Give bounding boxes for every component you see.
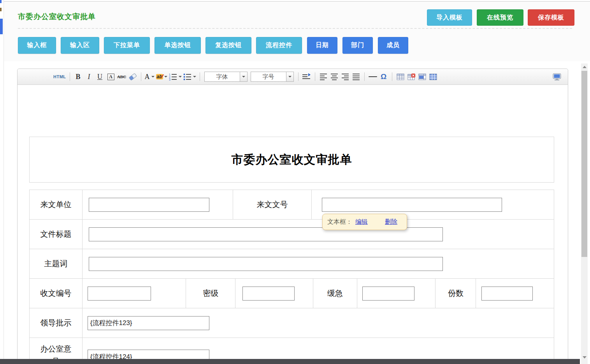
font-style-box-glyph: A — [107, 74, 114, 80]
table-row: 领导批示 — [30, 308, 554, 338]
label-copies: 份数 — [435, 279, 476, 308]
chevron-down-icon — [179, 76, 182, 77]
delete-table-icon[interactable] — [407, 72, 416, 82]
form-table: 来文单位 来文文号 文件标题 主题词 — [29, 190, 554, 364]
eraser-icon[interactable] — [128, 72, 137, 82]
widget-button-radio[interactable]: 单选按钮 — [155, 37, 201, 54]
font-style-box-icon[interactable]: A — [106, 72, 116, 82]
align-center-icon[interactable] — [330, 72, 339, 82]
form-title: 市委办公室收文审批单 — [232, 152, 352, 168]
widget-button-flow-control[interactable]: 流程控件 — [256, 37, 302, 54]
tooltip-edit-link[interactable]: 编辑 — [355, 218, 368, 226]
urgency-input[interactable] — [362, 287, 414, 301]
font-color-icon[interactable]: A — [145, 72, 155, 82]
font-size-select[interactable]: 字号 — [251, 72, 294, 82]
chevron-down-icon — [164, 76, 167, 77]
special-character-icon[interactable]: Ω — [379, 72, 388, 82]
incoming-doc-no-input[interactable] — [322, 198, 502, 212]
editor-toolbar: HTML B I U A ABC A ab 123 字体 字号 — [18, 69, 568, 85]
widget-button-checkbox[interactable]: 复选按钮 — [205, 37, 251, 54]
align-right-icon[interactable] — [341, 72, 350, 82]
save-template-button[interactable]: 保存模板 — [528, 9, 574, 26]
toolbar-separator — [298, 72, 299, 81]
font-size-select-label: 字号 — [251, 72, 286, 82]
font-family-select[interactable]: 字体 — [204, 72, 248, 82]
secrecy-level-input[interactable] — [242, 287, 295, 301]
widget-button-department[interactable]: 部门 — [342, 37, 373, 54]
subject-words-input[interactable] — [89, 257, 443, 271]
chevron-down-icon — [288, 76, 291, 77]
ordered-list-icon[interactable]: 123 — [169, 72, 182, 82]
widget-button-dropdown[interactable]: 下拉菜单 — [104, 37, 150, 54]
table-row: 主题词 — [30, 249, 554, 278]
font-color-glyph: A — [145, 73, 150, 81]
cell-subject-words — [83, 249, 554, 278]
copies-input[interactable] — [481, 287, 533, 301]
horizontal-rule-glyph — [369, 76, 377, 77]
editor-document[interactable]: 市委办公室收文审批单 来文单位 来文文号 文件标题 — [18, 85, 568, 364]
label-subject-words: 主题词 — [30, 249, 83, 278]
toolbar-separator — [392, 72, 392, 81]
insert-table-icon[interactable] — [396, 72, 405, 82]
cell-receipt-no — [83, 279, 186, 308]
align-justify-icon[interactable] — [351, 72, 361, 82]
table-row: 来文单位 来文文号 — [30, 190, 554, 219]
scrollbar-thumb[interactable] — [581, 71, 587, 257]
background-page-sliver — [0, 0, 4, 364]
widget-button-input-box[interactable]: 输入框 — [18, 37, 56, 54]
table-row: 文件标题 — [30, 219, 554, 249]
toolbar-separator — [70, 72, 70, 81]
rich-text-editor: HTML B I U A ABC A ab 123 字体 字号 — [17, 69, 568, 364]
cell-urgency — [357, 279, 436, 308]
underline-icon[interactable]: U — [95, 72, 105, 82]
indent-icon[interactable] — [302, 72, 311, 82]
vertical-scrollbar[interactable] — [581, 63, 588, 364]
table-cell-properties-icon[interactable] — [418, 72, 427, 82]
cell-copies — [476, 279, 554, 308]
tooltip-delete-link[interactable]: 删除 — [385, 218, 397, 226]
header-divider — [18, 28, 572, 29]
font-family-select-label: 字体 — [204, 72, 240, 82]
label-secrecy-level: 密级 — [186, 279, 235, 308]
table-properties-icon[interactable] — [428, 72, 438, 82]
widget-button-member[interactable]: 成员 — [378, 37, 408, 54]
svg-text:3: 3 — [169, 78, 170, 81]
table-row: 收文编号 密级 缓急 份数 — [30, 278, 554, 308]
widget-button-textarea[interactable]: 输入区 — [61, 37, 99, 54]
field-tooltip-label: 文本框： — [327, 218, 352, 226]
leader-instructions-input[interactable] — [88, 316, 209, 330]
online-preview-button[interactable]: 在线预览 — [477, 9, 523, 26]
html-source-icon[interactable]: HTML — [53, 72, 66, 82]
scroll-up-arrow-icon[interactable] — [583, 66, 586, 68]
incoming-unit-input[interactable] — [89, 198, 209, 212]
italic-icon[interactable]: I — [84, 72, 94, 82]
scroll-down-arrow-icon[interactable] — [583, 356, 586, 359]
cell-leader-instructions — [83, 308, 554, 338]
font-family-select-arrow[interactable] — [240, 72, 248, 82]
receipt-no-input[interactable] — [88, 287, 151, 301]
form-title-box: 市委办公室收文审批单 — [29, 137, 554, 183]
highlight-icon[interactable]: ab — [156, 72, 167, 82]
import-template-button[interactable]: 导入模板 — [427, 9, 472, 26]
label-receipt-no: 收文编号 — [30, 279, 83, 308]
chevron-down-icon — [193, 76, 196, 77]
bold-icon[interactable]: B — [74, 72, 83, 82]
align-left-icon[interactable] — [319, 72, 328, 82]
toolbar-separator — [364, 72, 365, 81]
horizontal-rule-icon[interactable] — [368, 72, 378, 82]
widget-button-date[interactable]: 日期 — [307, 37, 337, 54]
cell-doc-title — [83, 220, 554, 249]
font-size-select-arrow[interactable] — [286, 72, 294, 82]
fullscreen-icon[interactable] — [552, 72, 562, 82]
background-sidebar-fragment — [0, 19, 3, 34]
label-leader-instructions: 领导批示 — [30, 308, 83, 338]
cell-secrecy-level — [235, 279, 313, 308]
background-fragment-icon — [0, 0, 2, 3]
strikethrough-icon[interactable]: ABC — [117, 72, 126, 82]
chevron-down-icon — [151, 76, 155, 77]
toolbar-separator — [141, 72, 141, 81]
unordered-list-icon[interactable] — [183, 72, 196, 82]
toolbar-separator — [200, 72, 200, 81]
cell-incoming-unit — [83, 190, 233, 219]
label-incoming-doc-no: 来文文号 — [233, 190, 312, 219]
